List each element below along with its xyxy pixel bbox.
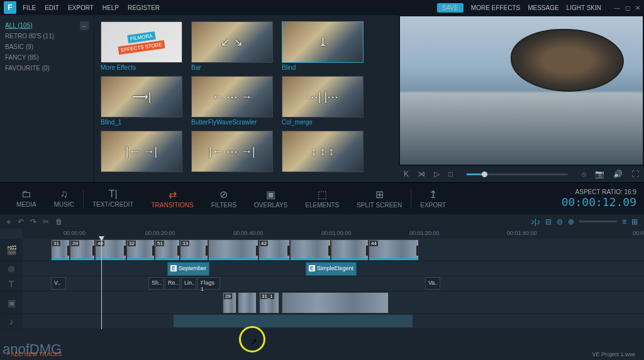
delete-icon[interactable]: 🗑	[55, 217, 63, 226]
category-item[interactable]: FANCY (85)	[5, 52, 89, 63]
menu-register[interactable]: REGISTER	[128, 4, 160, 11]
playhead[interactable]	[101, 239, 102, 329]
transitions-panel: FILMORAEFFECTS STOREMore Effects↙ ↘Bar⤓B…	[94, 15, 399, 182]
category-item[interactable]: FAVOURITE (0)	[5, 63, 89, 74]
volume-icon[interactable]: 🔊	[613, 170, 623, 178]
tab-transitions[interactable]: ⇄TRANSITIONS	[142, 188, 202, 209]
video-clip[interactable]: 40	[95, 239, 126, 261]
tab-elements[interactable]: ⬚ELEMENTS	[296, 188, 348, 209]
tab-textcredit[interactable]: T|TEXT/CREDIT	[84, 188, 143, 208]
video-clip[interactable]	[331, 239, 369, 261]
stop-icon[interactable]: □	[448, 170, 453, 178]
video-clip[interactable]: 32	[126, 239, 155, 261]
effect-clip[interactable]: September	[167, 262, 209, 276]
effect-clip[interactable]: SimpleElegent	[306, 262, 357, 276]
menu-help[interactable]: HELP	[103, 4, 119, 11]
overlay-clip[interactable]: 29	[223, 292, 236, 314]
video-clip[interactable]: 33	[180, 239, 208, 261]
video-clip[interactable]: 29	[70, 239, 95, 261]
zoom-slider[interactable]	[579, 221, 617, 222]
category-item[interactable]: ALL (105)	[5, 20, 89, 31]
menu-export[interactable]: EXPORT	[68, 4, 94, 11]
menu-file[interactable]: FILE	[23, 4, 36, 11]
main-menu: FILE EDIT EXPORT HELP REGISTER	[23, 4, 437, 11]
list-view-icon[interactable]: ≡	[622, 217, 626, 226]
transition-thumb[interactable]: |← ⋯ →|	[191, 131, 273, 173]
fullscreen-icon[interactable]: ⛶	[631, 170, 639, 178]
preview-slider[interactable]	[467, 173, 568, 175]
transition-thumb[interactable]: ↙ ↘Bar	[191, 21, 273, 71]
mic-icon[interactable]: ⍉	[582, 170, 586, 178]
ruler-tick: 00:00:20:00	[145, 230, 175, 236]
timecode: 00:00:12.09	[562, 195, 636, 209]
grid-view-icon[interactable]: ⊞	[631, 217, 638, 226]
category-item[interactable]: BASIC (9)	[5, 41, 89, 52]
tab-overlays[interactable]: ▣OVERLAYS	[245, 188, 296, 209]
transition-thumb[interactable]: FILMORAEFFECTS STOREMore Effects	[101, 21, 182, 71]
minimize-icon[interactable]: —	[614, 4, 620, 11]
undo-icon[interactable]: ↶	[18, 217, 24, 226]
category-item[interactable]: RETRO 80'S (11)	[5, 31, 89, 41]
transition-thumb[interactable]: ⋯| |⋯Col_merge	[282, 76, 364, 126]
text-clip[interactable]: Lin..	[181, 277, 196, 290]
zoom-in-icon[interactable]: ⊕	[568, 217, 574, 226]
close-icon[interactable]: ✕	[635, 4, 640, 11]
link-tool-icon[interactable]: ⋄	[6, 217, 11, 226]
maximize-icon[interactable]: ◻	[625, 4, 630, 11]
transition-thumb[interactable]: ← ⋯ →ButterFlyWaveScrawler	[191, 76, 273, 126]
text-track-icon[interactable]: T	[0, 276, 23, 291]
text-clip[interactable]: Re..	[165, 277, 180, 290]
tab-media[interactable]: 🗀MEDIA	[8, 188, 45, 208]
video-clip[interactable]	[290, 239, 331, 261]
video-clip[interactable]: 44	[369, 239, 419, 261]
ruler-tick: 00:01:40:00	[507, 230, 537, 236]
redo-icon[interactable]: ↷	[30, 217, 36, 226]
tab-music[interactable]: ♫MUSIC	[45, 188, 83, 208]
text-clip[interactable]: Va..	[425, 277, 440, 290]
text-clip[interactable]: Flags 1	[197, 277, 220, 290]
video-track-icon[interactable]: 🎬	[0, 239, 23, 261]
preview-panel: K ⋊ ▷ □ ⍉ 📷 🔊 ⛶	[399, 15, 644, 182]
more-effects-link[interactable]: MORE EFFECTS	[471, 4, 520, 11]
tab-splitscreen[interactable]: ⊞SPLIT SCREEN	[348, 188, 411, 209]
app-logo: F	[4, 1, 16, 14]
text-clip[interactable]: V..	[51, 277, 66, 290]
transition-thumb[interactable]: ⟶|Blind_1	[101, 76, 182, 126]
snapshot-icon[interactable]: 📷	[595, 170, 604, 178]
transition-thumb[interactable]: |← →|	[101, 131, 182, 173]
timeline: 00:00:0000:00:20:0000:00:40:0000:01:00:0…	[0, 229, 644, 329]
zoom-box-icon[interactable]: ⊟	[545, 217, 552, 226]
video-clip[interactable]: 31	[51, 239, 70, 261]
audio-clip[interactable]	[174, 315, 413, 327]
audio-tool-icon[interactable]: ♪|♪	[531, 217, 540, 226]
light-skin-link[interactable]: LIGHT SKIN	[567, 4, 601, 11]
transition-thumb[interactable]: ↕ ↕ ↕	[282, 131, 364, 173]
media-tabs: 🗀MEDIA♫MUSICT|TEXT/CREDIT⇄TRANSITIONS⊘FI…	[0, 182, 644, 214]
tab-filters[interactable]: ⊘FILTERS	[203, 188, 245, 209]
overlay-clip[interactable]: 31_1	[259, 292, 279, 314]
play-icon[interactable]: ▷	[434, 170, 440, 178]
overlay-track-icon[interactable]: ▣	[0, 292, 23, 314]
audio-track-icon[interactable]: ♪	[0, 314, 23, 329]
tab-export[interactable]: ↥EXPORT	[411, 188, 455, 209]
time-ruler[interactable]: 00:00:0000:00:20:0000:00:40:0000:01:00:0…	[23, 229, 644, 239]
overlay-clip[interactable]	[282, 292, 389, 314]
timeline-toolbar: ⋄ ↶ ↷ ✂ 🗑 ♪|♪ ⊟ ⊖ ⊕ ≡ ⊞	[0, 214, 644, 229]
transition-thumb[interactable]: ⤓Blind	[282, 21, 364, 71]
video-clip[interactable]	[208, 239, 258, 261]
save-button[interactable]: SAVE	[437, 3, 464, 13]
cut-icon[interactable]: ✂	[43, 217, 49, 226]
zoom-out-icon[interactable]: ⊖	[557, 217, 563, 226]
overlay-clip[interactable]	[238, 292, 257, 314]
ruler-tick: 00:00:40:00	[233, 230, 264, 236]
video-clip[interactable]: 42	[258, 239, 290, 261]
skip-start-icon[interactable]: K	[404, 170, 409, 178]
effects-track-icon[interactable]: ⊚	[0, 261, 23, 276]
video-clip[interactable]: 51	[155, 239, 180, 261]
message-link[interactable]: MESSAGE	[528, 4, 558, 11]
text-clip[interactable]: Sh..	[148, 277, 164, 290]
sidebar-back-icon[interactable]: ←	[80, 21, 89, 30]
prev-frame-icon[interactable]: ⋊	[418, 170, 425, 178]
aspect-ratio-label: ASPECT RATIO: 16:9	[562, 188, 636, 195]
menu-edit[interactable]: EDIT	[45, 4, 59, 11]
